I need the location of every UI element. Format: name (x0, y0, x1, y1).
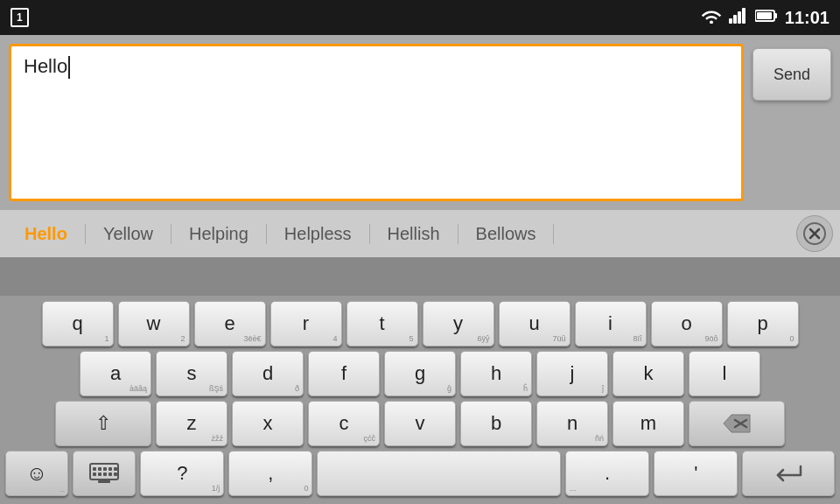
svg-rect-6 (774, 13, 777, 18)
svg-rect-0 (729, 18, 732, 24)
wifi-icon (701, 8, 722, 28)
key-z[interactable]: zżžź (156, 401, 228, 446)
key-y[interactable]: y6ÿŷ (423, 301, 494, 346)
key-h[interactable]: hĥ (460, 351, 532, 396)
suggestion-item[interactable]: Bellows (458, 224, 555, 244)
shift-key[interactable]: ⇧ (55, 401, 151, 446)
key-a[interactable]: aàäâą (80, 351, 151, 396)
suggestion-item[interactable]: Helpless (267, 224, 370, 244)
key-v[interactable]: v (384, 401, 456, 446)
svg-rect-3 (742, 8, 746, 24)
key-r[interactable]: r4 (270, 301, 342, 346)
key-apostrophe[interactable]: ' (654, 451, 738, 496)
keyboard-row-3: ⇧ zżžź x cçćĉ v b nñń m (5, 401, 835, 446)
key-b[interactable]: b (460, 401, 532, 446)
key-question[interactable]: ?1/j (140, 451, 224, 496)
svg-rect-15 (98, 467, 102, 471)
key-o[interactable]: o9öô (651, 301, 723, 346)
key-w[interactable]: w2 (118, 301, 190, 346)
enter-key[interactable] (742, 451, 835, 496)
svg-rect-14 (93, 467, 96, 471)
signal-icon (729, 8, 748, 27)
suggestions-bar: Hello Yellow Helping Helpless Hellish Be… (0, 210, 840, 257)
main-area: Hello Send (0, 35, 840, 210)
keyboard-switch-key[interactable] (73, 451, 136, 496)
svg-rect-18 (114, 467, 117, 471)
keyboard-row-1: q1 w2 e3ëè€ r4 t5 y6ÿŷ u7üû i8ïî o9öô p0 (5, 301, 835, 346)
keyboard: q1 w2 e3ëè€ r4 t5 y6ÿŷ u7üû i8ïî o9öô p0… (0, 296, 840, 504)
key-u[interactable]: u7üû (499, 301, 570, 346)
svg-rect-16 (103, 467, 107, 471)
key-comma[interactable]: ,0 (228, 451, 312, 496)
key-period[interactable]: .... (565, 451, 649, 496)
key-g[interactable]: gĝ (384, 351, 456, 396)
spacebar-key[interactable] (317, 451, 561, 496)
delete-suggestion-button[interactable] (796, 215, 833, 252)
status-right: 11:01 (701, 8, 830, 28)
battery-icon (755, 9, 778, 26)
svg-rect-23 (114, 472, 117, 476)
svg-rect-20 (98, 472, 102, 476)
key-m[interactable]: m (612, 401, 684, 446)
suggestion-item[interactable]: Hello (7, 224, 86, 244)
key-l[interactable]: l (689, 351, 760, 396)
key-s[interactable]: sßŞś (156, 351, 228, 396)
suggestions-list: Hello Yellow Helping Helpless Hellish Be… (7, 224, 791, 244)
key-c[interactable]: cçćĉ (308, 401, 380, 446)
input-text: Hello (24, 55, 67, 77)
key-q[interactable]: q1 (42, 301, 114, 346)
key-t[interactable]: t5 (346, 301, 418, 346)
key-j[interactable]: jĵ (536, 351, 608, 396)
svg-rect-1 (733, 15, 737, 24)
svg-marker-10 (724, 415, 750, 432)
backspace-key[interactable] (689, 401, 785, 446)
time-display: 11:01 (785, 8, 830, 28)
svg-rect-17 (108, 467, 112, 471)
send-button[interactable]: Send (752, 48, 831, 101)
svg-rect-21 (103, 472, 107, 476)
suggestion-item[interactable]: Yellow (86, 224, 172, 244)
svg-rect-5 (757, 12, 772, 19)
key-f[interactable]: f (308, 351, 380, 396)
key-n[interactable]: nñń (536, 401, 608, 446)
svg-rect-2 (738, 11, 741, 24)
status-bar: 1 11:01 (0, 0, 840, 35)
notification-icon: 1 (10, 8, 29, 27)
key-i[interactable]: i8ïî (575, 301, 647, 346)
cursor (68, 56, 70, 79)
suggestion-item[interactable]: Hellish (370, 224, 458, 244)
key-d[interactable]: dð (232, 351, 304, 396)
keyboard-row-2: aàäâą sßŞś dð f gĝ hĥ jĵ k l (5, 351, 835, 396)
key-p[interactable]: p0 (727, 301, 799, 346)
svg-rect-13 (90, 464, 118, 480)
keyboard-row-4: ☺... ?1/j ,0 .... ' (5, 451, 835, 500)
key-x[interactable]: x (232, 401, 304, 446)
key-e[interactable]: e3ëè€ (194, 301, 266, 346)
text-input-area[interactable]: Hello (9, 44, 744, 201)
svg-rect-19 (93, 472, 96, 476)
emoji-key[interactable]: ☺... (5, 451, 68, 496)
svg-rect-22 (108, 472, 112, 476)
suggestion-item[interactable]: Helping (172, 224, 267, 244)
svg-rect-24 (98, 480, 110, 483)
status-left: 1 (10, 8, 29, 27)
key-k[interactable]: k (612, 351, 684, 396)
